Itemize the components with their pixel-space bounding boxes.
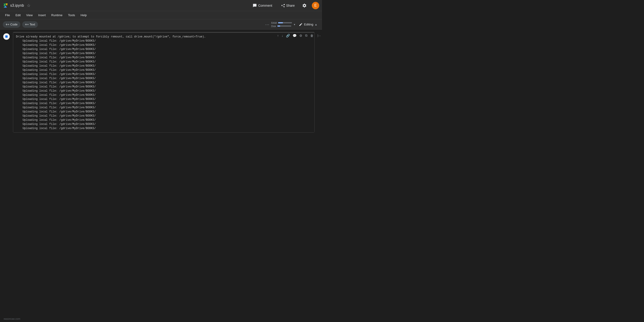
link-icon[interactable]: 🔗: [285, 33, 290, 38]
settings-button[interactable]: [301, 2, 308, 9]
ram-disk-dropdown-icon[interactable]: ▾: [294, 23, 295, 26]
comment-button[interactable]: Comment: [250, 2, 274, 9]
star-icon[interactable]: ☆: [27, 3, 30, 8]
menu-edit[interactable]: Edit: [13, 13, 23, 18]
plus-text-icon: +: [25, 23, 27, 27]
cell-duplicate-icon[interactable]: ⧉: [304, 33, 308, 38]
cell-toolbar: ↑ ↓ 🔗 💬 ⚙ ⧉ 🗑 ⋮: [276, 33, 320, 38]
cell-gutter: [0, 32, 13, 133]
more-options-icon[interactable]: ⋯: [265, 22, 269, 27]
menu-insert[interactable]: Insert: [36, 13, 48, 18]
share-button[interactable]: Share: [278, 2, 297, 9]
cell-settings-icon[interactable]: ⚙: [299, 33, 303, 38]
menu-tools[interactable]: Tools: [66, 13, 77, 18]
toolbar-right: ⋯ RAM Disk ▾ Editing ▲: [265, 22, 319, 28]
menu-bar: File Edit View Insert Runtime Tools Help: [0, 11, 322, 20]
disk-progress-fill: [278, 26, 280, 27]
disk-row: Disk: [271, 25, 292, 28]
move-up-icon[interactable]: ↑: [276, 33, 280, 38]
cell-container: Drive already mounted at /gdrive; to att…: [0, 30, 322, 135]
cell-comment-icon[interactable]: 💬: [292, 33, 297, 38]
cell-more-icon[interactable]: ⋮: [316, 33, 320, 38]
editing-chevron-icon: ▲: [314, 23, 318, 26]
disk-progress-bar: [278, 26, 291, 27]
cell-content: Drive already mounted at /gdrive; to att…: [13, 32, 314, 133]
user-avatar[interactable]: E: [312, 2, 319, 9]
ram-progress-fill: [278, 22, 283, 23]
top-bar: s3.ipynb ☆ Comment Share E: [0, 0, 322, 11]
run-status-button[interactable]: [3, 33, 10, 40]
menu-help[interactable]: Help: [78, 13, 89, 18]
menu-runtime[interactable]: Runtime: [49, 13, 65, 18]
notebook-title: s3.ipynb: [10, 4, 24, 8]
disk-label: Disk: [271, 25, 276, 28]
google-drive-icon: [3, 3, 8, 8]
share-icon: [280, 4, 285, 8]
plus-code-icon: +: [6, 23, 8, 27]
ram-disk-indicator: RAM Disk: [271, 22, 292, 28]
add-text-button[interactable]: + + Text: [22, 21, 38, 28]
editing-status[interactable]: Editing ▲: [297, 22, 319, 27]
run-status-indicator: [5, 35, 8, 38]
top-bar-right: Comment Share E: [250, 2, 319, 9]
pencil-icon: [299, 23, 302, 26]
cell-delete-icon[interactable]: 🗑: [310, 33, 314, 38]
comment-icon: [253, 4, 257, 8]
ram-label: RAM: [271, 22, 277, 24]
menu-view[interactable]: View: [24, 13, 35, 18]
cell-1: Drive already mounted at /gdrive; to att…: [0, 32, 322, 133]
move-down-icon[interactable]: ↓: [281, 33, 284, 38]
settings-icon: [302, 3, 307, 8]
editing-label: Editing: [304, 23, 313, 26]
cell-output: Drive already mounted at /gdrive; to att…: [13, 33, 314, 132]
ram-row: RAM: [271, 22, 292, 24]
toolbar: + + Code + + Text ⋯ RAM Disk ▾: [0, 20, 322, 30]
menu-file[interactable]: File: [3, 13, 12, 18]
cell-more-options[interactable]: ···: [316, 32, 322, 133]
ram-progress-bar: [278, 22, 292, 23]
add-code-button[interactable]: + + Code: [3, 21, 20, 28]
